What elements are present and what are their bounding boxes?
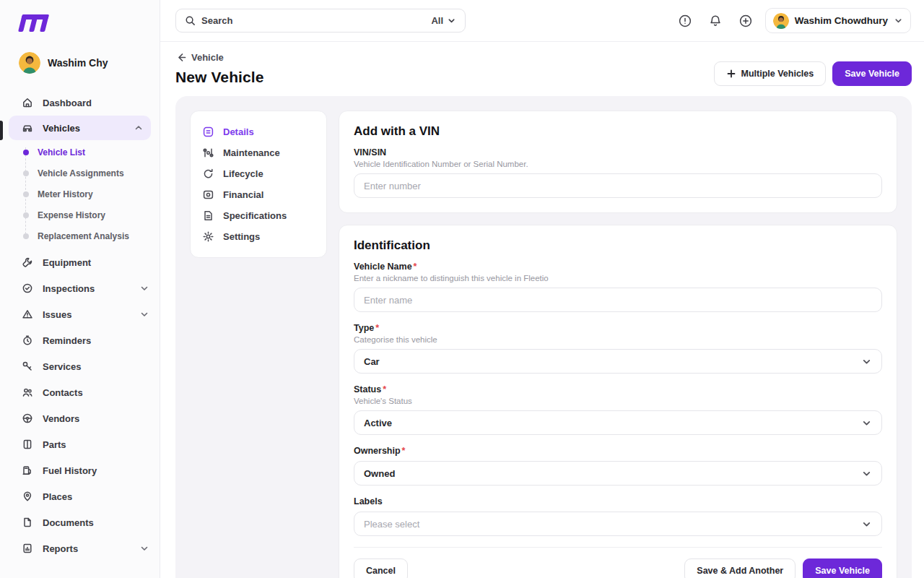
dot-icon: [23, 233, 29, 239]
sidebar-item-fuel-history[interactable]: Fuel History: [0, 457, 160, 483]
topbar: All Washim Chowdhury: [160, 0, 924, 42]
chevron-down-icon: [861, 519, 872, 530]
subitem-label: Vehicle Assignments: [38, 168, 124, 178]
field-label: Status*: [354, 384, 882, 394]
sidebar-subitem-vehicle-list[interactable]: Vehicle List: [0, 142, 160, 163]
breadcrumb-back[interactable]: Vehicle: [175, 52, 264, 63]
tab-lifecycle[interactable]: Lifecycle: [202, 163, 315, 184]
sidebar-user-name: Washim Chy: [48, 57, 108, 69]
labels-select[interactable]: Please select: [354, 512, 882, 536]
vin-input[interactable]: [364, 181, 872, 191]
sidebar-item-label: Inspections: [43, 283, 130, 294]
type-select[interactable]: Car: [354, 349, 882, 374]
chevron-down-icon: [894, 16, 903, 25]
sidebar-item-reminders[interactable]: Reminders: [0, 327, 160, 353]
sidebar-item-documents[interactable]: Documents: [0, 509, 160, 535]
tab-financial[interactable]: Financial: [202, 184, 315, 205]
sidebar: Washim Chy Dashboard Vehicles Vehicle Li…: [0, 0, 160, 578]
labels-select-placeholder: Please select: [364, 519, 419, 530]
global-search[interactable]: All: [175, 9, 466, 33]
form-footer: Cancel Save & Add Another Save Vehicle: [354, 547, 882, 578]
gear-icon: [202, 230, 214, 243]
sidebar-item-contacts[interactable]: Contacts: [0, 379, 160, 405]
save-vehicle-header-button[interactable]: Save Vehicle: [832, 61, 912, 86]
sidebar-item-services[interactable]: Services: [0, 353, 160, 379]
vin-field-label: VIN/SIN: [354, 147, 882, 158]
details-list-icon: [202, 126, 214, 138]
sidebar-item-label: Issues: [43, 309, 130, 320]
sidebar-item-parts[interactable]: Parts: [0, 431, 160, 457]
vehicle-name-input[interactable]: [364, 295, 872, 306]
sidebar-item-reports[interactable]: Reports: [0, 535, 160, 561]
sidebar-subitem-expense-history[interactable]: Expense History: [0, 204, 160, 225]
inspection-badge-icon: [22, 282, 33, 294]
sidebar-item-dashboard[interactable]: Dashboard: [0, 90, 160, 116]
save-vehicle-footer-button[interactable]: Save Vehicle: [803, 558, 882, 578]
vin-field-help: Vehicle Identification Number or Serial …: [354, 160, 882, 168]
sidebar-item-label: Vendors: [43, 413, 149, 424]
chevron-down-icon: [139, 309, 149, 319]
dot-icon: [23, 212, 29, 218]
sidebar-item-equipment[interactable]: Equipment: [0, 249, 160, 275]
breadcrumb-label: Vehicle: [191, 52, 224, 63]
multiple-vehicles-button[interactable]: Multiple Vehicles: [714, 61, 827, 86]
sidebar-item-vendors[interactable]: Vendors: [0, 405, 160, 431]
search-input[interactable]: [201, 15, 425, 26]
vin-input-wrap: [354, 173, 882, 198]
vehicles-subnav: Vehicle List Vehicle Assignments Meter H…: [0, 140, 160, 249]
field-label: Labels: [354, 496, 882, 506]
save-add-another-label: Save & Add Another: [697, 566, 783, 576]
field-label: Type*: [354, 323, 882, 333]
vehicle-name-field: Vehicle Name* Enter a nickname to distin…: [354, 262, 882, 312]
sidebar-item-label: Vehicles: [43, 123, 124, 134]
search-filter-dropdown[interactable]: All: [431, 15, 456, 26]
tab-label: Maintenance: [223, 147, 280, 158]
vehicle-name-input-wrap: [354, 288, 882, 312]
required-asterisk: *: [383, 384, 386, 394]
chevron-down-icon: [139, 283, 149, 293]
field-label: Vehicle Name*: [354, 262, 882, 272]
sidebar-item-places[interactable]: Places: [0, 483, 160, 509]
status-select-value: Active: [364, 418, 392, 428]
tab-settings[interactable]: Settings: [202, 226, 315, 247]
main-area: All Washim Chowdhury: [160, 0, 924, 578]
user-menu[interactable]: Washim Chowdhury: [765, 8, 911, 33]
status-select[interactable]: Active: [354, 410, 882, 435]
sidebar-item-vehicles[interactable]: Vehicles: [9, 116, 151, 140]
sidebar-scroll-indicator[interactable]: [0, 121, 3, 140]
tab-details[interactable]: Details: [202, 121, 315, 142]
sidebar-item-inspections[interactable]: Inspections: [0, 275, 160, 301]
sidebar-item-label: Reminders: [43, 335, 149, 346]
save-add-another-button[interactable]: Save & Add Another: [684, 558, 796, 578]
brand-logo[interactable]: [0, 0, 160, 32]
sidebar-subitem-replacement-analysis[interactable]: Replacement Analysis: [0, 225, 160, 246]
chevron-up-icon: [134, 123, 144, 133]
field-help: Enter a nickname to distinguish this veh…: [354, 274, 882, 282]
chevron-down-icon: [861, 468, 872, 479]
tab-label: Lifecycle: [223, 168, 263, 179]
sidebar-item-issues[interactable]: Issues: [0, 301, 160, 327]
report-chart-icon: [22, 543, 33, 554]
sidebar-item-label: Places: [43, 491, 149, 502]
notifications-bell-button[interactable]: [705, 10, 726, 32]
tab-specifications[interactable]: Specifications: [202, 205, 315, 226]
dot-icon: [23, 150, 29, 155]
search-filter-label: All: [431, 15, 443, 26]
ownership-select[interactable]: Owned: [354, 461, 882, 486]
add-new-button[interactable]: [735, 10, 757, 32]
cycle-arrows-icon: [202, 168, 214, 180]
sidebar-subitem-meter-history[interactable]: Meter History: [0, 184, 160, 204]
cancel-label: Cancel: [366, 566, 396, 576]
subitem-label: Replacement Analysis: [38, 231, 129, 241]
sidebar-user[interactable]: Washim Chy: [0, 32, 160, 87]
sidebar-subitem-vehicle-assignments[interactable]: Vehicle Assignments: [0, 163, 160, 184]
status-field: Status* Vehicle's Status Active: [354, 384, 882, 435]
tab-maintenance[interactable]: Maintenance: [202, 142, 315, 163]
warning-triangle-icon: [22, 309, 33, 320]
document-icon: [22, 517, 33, 528]
vehicle-icon: [22, 122, 33, 134]
user-avatar: [773, 13, 789, 29]
home-icon: [22, 97, 33, 108]
info-button[interactable]: [674, 10, 696, 32]
cancel-button[interactable]: Cancel: [354, 558, 408, 578]
